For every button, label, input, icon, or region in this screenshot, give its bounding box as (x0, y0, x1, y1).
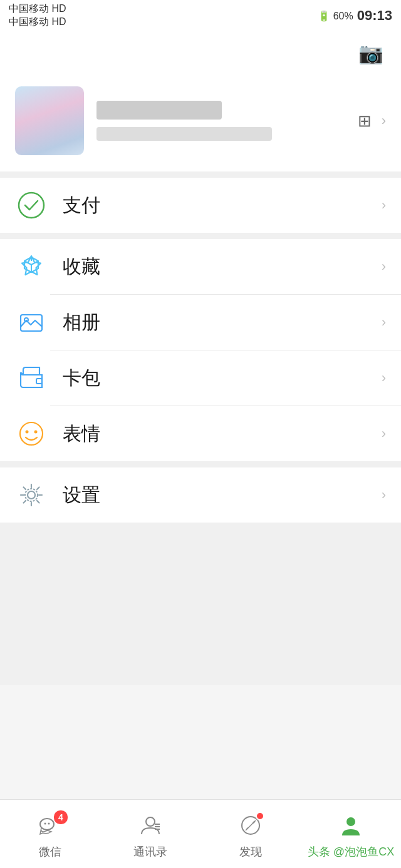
battery-icon: 🔋 60% (318, 10, 353, 22)
wechat-icon: 4 (39, 814, 61, 842)
status-bar: 中国移动 HD 中国移动 HD 🔋 60% 09:13 (0, 0, 401, 31)
wechat-label: 微信 (39, 844, 61, 859)
discover-icon (239, 814, 262, 842)
menu-section: 支付 › 收藏 › (0, 178, 401, 523)
svg-point-0 (19, 193, 44, 218)
svg-rect-8 (36, 379, 42, 384)
gray-area (0, 523, 401, 685)
profile-id-row (96, 127, 345, 141)
svg-point-25 (346, 817, 355, 826)
divider-thick-2 (0, 233, 401, 239)
profile-actions[interactable]: ⊞ › (358, 111, 386, 131)
settings-icon-wrapper (15, 479, 48, 511)
menu-item-payment[interactable]: 支付 › (0, 178, 401, 233)
favorites-chevron-icon: › (382, 258, 386, 275)
settings-icon (17, 481, 46, 509)
payment-chevron-icon: › (382, 197, 386, 213)
payment-label: 支付 (63, 193, 382, 218)
wallet-icon-wrapper (15, 362, 48, 394)
settings-label: 设置 (63, 483, 382, 508)
payment-icon-wrapper (15, 189, 48, 222)
me-icon (340, 814, 362, 842)
menu-item-settings[interactable]: 设置 › (0, 467, 401, 523)
avatar[interactable] (15, 86, 84, 155)
discover-label: 发现 (239, 844, 262, 859)
discover-badge (256, 812, 264, 820)
wallet-icon (17, 364, 46, 392)
svg-point-14 (40, 819, 54, 830)
divider-thick-3 (0, 461, 401, 467)
album-icon (17, 308, 46, 337)
wechat-badge: 4 (54, 810, 68, 824)
payment-icon (17, 191, 46, 220)
favorites-icon (17, 252, 46, 281)
me-label: 头条 @泡泡鱼CX (308, 844, 394, 859)
svg-point-11 (34, 431, 38, 434)
status-icons: 🔋 60% 09:13 (318, 8, 392, 24)
svg-point-17 (146, 817, 155, 826)
svg-point-15 (44, 822, 46, 824)
camera-bar: 📷 (0, 31, 401, 75)
album-label: 相册 (63, 310, 382, 335)
svg-point-16 (48, 822, 50, 824)
qr-icon[interactable]: ⊞ (358, 111, 372, 131)
svg-point-10 (26, 431, 29, 434)
emoji-icon (17, 419, 46, 448)
bottom-nav: 4 微信 通讯录 发现 (0, 799, 401, 868)
nav-item-me[interactable]: 头条 @泡泡鱼CX (301, 809, 401, 859)
favorites-icon-wrapper (15, 250, 48, 283)
carrier-info: 中国移动 HD 中国移动 HD (9, 3, 66, 29)
contacts-label: 通讯录 (133, 844, 167, 859)
profile-info (96, 101, 345, 141)
camera-icon[interactable]: 📷 (358, 41, 383, 65)
emoji-label: 表情 (63, 421, 382, 447)
menu-item-favorites[interactable]: 收藏 › (0, 239, 401, 294)
nav-item-discover[interactable]: 发现 (200, 809, 301, 859)
nav-item-contacts[interactable]: 通讯录 (100, 809, 200, 859)
profile-section: ⊞ › (0, 75, 401, 171)
album-chevron-icon: › (382, 314, 386, 330)
menu-item-wallet[interactable]: 卡包 › (0, 350, 401, 406)
divider-thick-1 (0, 171, 401, 178)
emoji-icon-wrapper (15, 417, 48, 450)
svg-line-24 (246, 820, 256, 830)
time-display: 09:13 (357, 8, 392, 24)
album-icon-wrapper (15, 306, 48, 339)
svg-point-9 (20, 422, 43, 445)
favorites-label: 收藏 (63, 254, 382, 280)
menu-item-album[interactable]: 相册 › (0, 295, 401, 350)
profile-name (96, 101, 222, 120)
contacts-icon (139, 814, 162, 842)
profile-id (96, 127, 272, 141)
settings-chevron-icon: › (382, 487, 386, 503)
nav-item-wechat[interactable]: 4 微信 (0, 809, 100, 859)
emoji-chevron-icon: › (382, 426, 386, 442)
menu-item-emoji[interactable]: 表情 › (0, 406, 401, 461)
profile-chevron-icon: › (382, 113, 386, 129)
wallet-label: 卡包 (63, 365, 382, 391)
wallet-chevron-icon: › (382, 370, 386, 386)
svg-point-12 (28, 491, 35, 499)
